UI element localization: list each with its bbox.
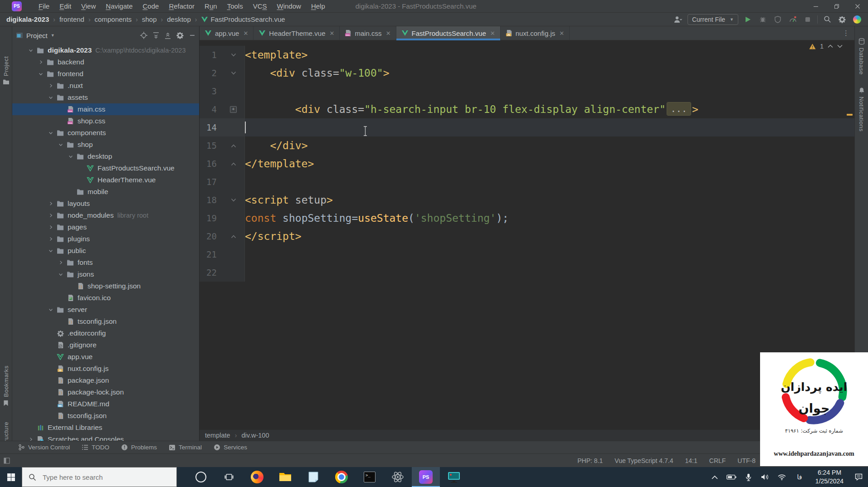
- code-line-2[interactable]: 2 <div class="w-100">: [200, 64, 854, 82]
- menu-edit[interactable]: Edit: [54, 0, 76, 12]
- chevron-collapsed-icon[interactable]: [46, 201, 56, 206]
- tree-item-scratches-and-consoles[interactable]: Scratches and Consoles: [12, 433, 199, 441]
- tab-options-icon[interactable]: ⋮: [843, 26, 854, 40]
- menu-tools[interactable]: Tools: [222, 0, 248, 12]
- menu-help[interactable]: Help: [306, 0, 330, 12]
- tree-item-readme.md[interactable]: MDREADME.md: [12, 398, 199, 410]
- toolwindow-problems[interactable]: Problems: [121, 444, 157, 451]
- tree-item-mobile[interactable]: mobile: [12, 186, 199, 198]
- speaker-icon[interactable]: [758, 467, 772, 487]
- close-button[interactable]: [847, 0, 868, 13]
- tree-item-pages[interactable]: pages: [12, 221, 199, 233]
- hide-icon[interactable]: [189, 32, 195, 39]
- taskbar-app-firefox[interactable]: [243, 467, 271, 487]
- gutter-fold-cell[interactable]: [222, 227, 245, 245]
- tree-item-fastproductssearch.vue[interactable]: FastProductsSearch.vue: [12, 162, 199, 174]
- chevron-collapsed-icon[interactable]: [46, 224, 56, 230]
- tree-item-components[interactable]: components: [12, 127, 199, 139]
- tree-item-.editorconfig[interactable]: .editorconfig: [12, 327, 199, 339]
- tree-item-main.css[interactable]: cssmain.css: [12, 103, 199, 115]
- chevron-expanded-icon[interactable]: [56, 272, 66, 277]
- code-line-22[interactable]: 22: [200, 263, 854, 282]
- clock[interactable]: 6:24 PM1/25/2024: [810, 468, 848, 486]
- menu-refactor[interactable]: Refactor: [164, 0, 200, 12]
- chevron-expanded-icon[interactable]: [46, 95, 56, 100]
- code-line-14[interactable]: 14: [200, 118, 854, 136]
- breadcrumb-item[interactable]: shop: [142, 15, 157, 23]
- restore-button[interactable]: [826, 0, 847, 13]
- tab-fastproductssearch.vue[interactable]: FastProductsSearch.vue✕: [396, 26, 501, 40]
- settings-icon[interactable]: [837, 14, 848, 25]
- code-line-3[interactable]: 3: [200, 82, 854, 100]
- code-line-4[interactable]: 4+ <div class="h-search-input br-10 flex…: [200, 100, 854, 118]
- code-line-16[interactable]: 16</template>: [200, 155, 854, 173]
- chevron-expanded-icon[interactable]: [46, 248, 56, 253]
- menu-window[interactable]: Window: [272, 0, 306, 12]
- breadcrumb-item[interactable]: FastProductsSearch.vue: [201, 15, 285, 23]
- taskbar-app-taskview[interactable]: [215, 467, 243, 487]
- gutter-fold-cell[interactable]: [222, 155, 245, 173]
- expand-all-icon[interactable]: [153, 32, 159, 39]
- menu-code[interactable]: Code: [138, 0, 164, 12]
- start-button[interactable]: [0, 467, 22, 487]
- menu-file[interactable]: File: [34, 0, 54, 12]
- plugin-sphere-icon[interactable]: [852, 14, 863, 25]
- code-line-18[interactable]: 18<script setup>: [200, 191, 854, 209]
- taskbar-app-chrome[interactable]: [327, 467, 356, 487]
- run-icon[interactable]: [742, 14, 753, 25]
- microphone-icon[interactable]: [741, 467, 755, 487]
- tree-item-frontend[interactable]: frontend: [12, 68, 199, 80]
- battery-icon[interactable]: [725, 467, 738, 487]
- search-icon[interactable]: [822, 14, 833, 25]
- tree-item-.gitignore[interactable]: .gitignore: [12, 339, 199, 351]
- tree-item-public[interactable]: public: [12, 245, 199, 257]
- code-editor[interactable]: 1<template>2 <div class="w-100">34+ <div…: [200, 40, 854, 429]
- tab-nuxt.config.js[interactable]: JSnuxt.config.js✕: [501, 26, 570, 40]
- taskbar-app-phpstorm[interactable]: PS: [412, 467, 440, 487]
- wifi-icon[interactable]: [775, 467, 789, 487]
- tree-item-fonts[interactable]: fonts: [12, 257, 199, 268]
- taskbar-app-notes[interactable]: [299, 467, 327, 487]
- debug-icon[interactable]: [757, 14, 768, 25]
- menu-vcs[interactable]: VCS: [248, 0, 272, 12]
- close-tab-icon[interactable]: ✕: [330, 30, 335, 37]
- chevron-expanded-icon[interactable]: [26, 48, 36, 53]
- tree-item-digikala-2023[interactable]: digikala-2023C:\xampp\htdocs\digikala-20…: [12, 44, 199, 56]
- tree-item-node-modules[interactable]: node_moduleslibrary root: [12, 209, 199, 221]
- tree-item-shop.css[interactable]: cssshop.css: [12, 115, 199, 127]
- breadcrumb-item[interactable]: digikala-2023: [6, 15, 49, 23]
- close-tab-icon[interactable]: ✕: [559, 30, 564, 37]
- breadcrumb-item[interactable]: desktop: [167, 15, 191, 23]
- close-tab-icon[interactable]: ✕: [490, 30, 495, 37]
- user-icon[interactable]: [673, 14, 683, 25]
- status-item[interactable]: UTF-8: [737, 457, 756, 464]
- tree-item-layouts[interactable]: layouts: [12, 198, 199, 209]
- close-tab-icon[interactable]: ✕: [243, 30, 248, 37]
- run-configuration-select[interactable]: Current File▼: [688, 14, 738, 25]
- menu-run[interactable]: Run: [200, 0, 222, 12]
- tree-item-jsons[interactable]: jsons: [12, 268, 199, 280]
- gutter-fold-cell[interactable]: [222, 64, 245, 82]
- chevron-collapsed-icon[interactable]: [46, 83, 56, 88]
- settings-icon[interactable]: [176, 32, 184, 39]
- tree-item-nuxt.config.js[interactable]: JSnuxt.config.js: [12, 363, 199, 375]
- toolwindow-services[interactable]: Services: [214, 444, 247, 451]
- close-tab-icon[interactable]: ✕: [386, 30, 391, 37]
- keyboard-layout-indicator[interactable]: فا: [792, 473, 807, 481]
- inspections-widget[interactable]: 1: [809, 43, 843, 50]
- taskbar-app-electron[interactable]: [384, 467, 412, 487]
- chevron-up-icon[interactable]: [708, 467, 722, 487]
- code-line-15[interactable]: 15 </div>: [200, 136, 854, 155]
- tree-item-server[interactable]: server: [12, 304, 199, 316]
- tab-main.css[interactable]: cssmain.css✕: [340, 26, 396, 40]
- restore-toolwindows-icon[interactable]: [4, 458, 10, 464]
- minimize-button[interactable]: [805, 0, 826, 13]
- tree-item-shop[interactable]: shop: [12, 139, 199, 151]
- error-stripe-warning-mark[interactable]: [847, 114, 853, 116]
- taskbar-app-recorder[interactable]: [440, 467, 468, 487]
- breadcrumb-item[interactable]: frontend: [59, 15, 84, 23]
- gutter-fold-cell[interactable]: [222, 136, 245, 155]
- menu-view[interactable]: View: [76, 0, 101, 12]
- tool-stripe-database[interactable]: Database: [855, 38, 868, 75]
- tree-item-app.vue[interactable]: app.vue: [12, 351, 199, 363]
